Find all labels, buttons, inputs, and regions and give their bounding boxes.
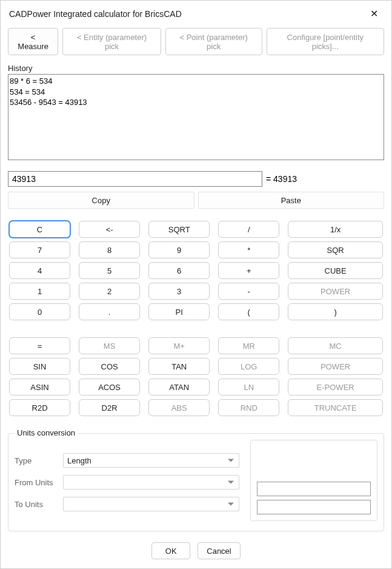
key-asin[interactable]: ASIN: [9, 379, 70, 396]
key-power2[interactable]: POWER: [288, 358, 383, 375]
key-equals[interactable]: =: [9, 337, 70, 354]
keypad-col-1: C 7 4 1 0 = SIN ASIN R2D: [9, 221, 70, 416]
configure-picks-button[interactable]: Configure [point/entity picks]...: [267, 28, 384, 55]
key-sqr[interactable]: SQR: [288, 241, 383, 258]
key-mul[interactable]: *: [218, 241, 279, 258]
key-sin[interactable]: SIN: [9, 358, 70, 375]
key-mr[interactable]: MR: [218, 337, 279, 354]
units-left: Type Length From Units To Units: [15, 434, 239, 521]
content-area: < Measure < Entity (parameter) pick < Po…: [1, 25, 391, 559]
key-add[interactable]: +: [218, 262, 279, 279]
result-display: = 43913: [266, 174, 297, 184]
measure-button[interactable]: < Measure: [8, 28, 58, 55]
key-5[interactable]: 5: [79, 262, 140, 279]
history-box[interactable]: 89 * 6 = 534 534 = 534 53456 - 9543 = 43…: [8, 74, 384, 160]
footer: OK Cancel: [8, 542, 384, 559]
key-back[interactable]: <-: [79, 221, 140, 238]
units-to-label: To Units: [15, 500, 58, 509]
key-reciprocal[interactable]: 1/x: [288, 221, 383, 238]
key-mc[interactable]: MC: [288, 337, 383, 354]
key-dot[interactable]: .: [79, 303, 140, 320]
key-2[interactable]: 2: [79, 283, 140, 300]
key-7[interactable]: 7: [9, 241, 70, 258]
topbar: < Measure < Entity (parameter) pick < Po…: [8, 28, 384, 55]
key-ln[interactable]: LN: [218, 379, 279, 396]
key-9[interactable]: 9: [148, 241, 210, 258]
paste-button[interactable]: Paste: [198, 192, 385, 209]
copy-paste-row: Copy Paste: [8, 192, 384, 209]
copy-button[interactable]: Copy: [8, 192, 194, 209]
keypad-col-4: / * + - ( MR LOG LN RND: [218, 221, 279, 416]
history-label: History: [8, 64, 384, 73]
key-pi[interactable]: PI: [148, 303, 210, 320]
key-paren-open[interactable]: (: [218, 303, 279, 320]
calculator-window: CADPower Integrated calculator for Brics…: [0, 0, 392, 569]
key-epower[interactable]: E-POWER: [288, 379, 383, 396]
units-type-value: Length: [67, 456, 91, 465]
input-row: = 43913: [8, 171, 384, 187]
key-3[interactable]: 3: [148, 283, 210, 300]
key-div[interactable]: /: [218, 221, 279, 238]
point-pick-button[interactable]: < Point (parameter) pick: [165, 28, 262, 55]
ok-button[interactable]: OK: [151, 542, 190, 559]
units-to-select[interactable]: [63, 497, 239, 511]
key-paren-close[interactable]: ): [288, 303, 383, 320]
keypad-col-5: 1/x SQR CUBE POWER ) MC POWER E-POWER TR…: [288, 221, 383, 416]
equals-prefix: =: [266, 174, 273, 184]
entity-pick-button[interactable]: < Entity (parameter) pick: [62, 28, 161, 55]
key-rnd[interactable]: RND: [218, 399, 279, 416]
titlebar: CADPower Integrated calculator for Brics…: [1, 1, 391, 25]
units-result-to[interactable]: [257, 500, 371, 514]
units-from-select[interactable]: [63, 475, 239, 490]
cancel-button[interactable]: Cancel: [198, 542, 240, 559]
key-truncate[interactable]: TRUNCATE: [288, 399, 383, 416]
key-1[interactable]: 1: [9, 283, 70, 300]
units-result-from[interactable]: [257, 482, 371, 496]
window-title: CADPower Integrated calculator for Brics…: [9, 9, 182, 19]
key-atan[interactable]: ATAN: [148, 379, 210, 396]
key-acos[interactable]: ACOS: [79, 379, 140, 396]
result-value: 43913: [273, 174, 297, 184]
key-r2d[interactable]: R2D: [9, 399, 70, 416]
key-6[interactable]: 6: [148, 262, 210, 279]
keypad-col-3: SQRT 9 6 3 PI M+ TAN ATAN ABS: [148, 221, 210, 416]
key-d2r[interactable]: D2R: [79, 399, 140, 416]
keypad: C 7 4 1 0 = SIN ASIN R2D <- 8 5 2 . MS C…: [8, 217, 384, 423]
units-group: Units conversion Type Length From Units …: [8, 433, 384, 531]
key-c[interactable]: C: [9, 221, 70, 238]
key-sub[interactable]: -: [218, 283, 279, 300]
keypad-col-2: <- 8 5 2 . MS COS ACOS D2R: [79, 221, 140, 416]
key-cos[interactable]: COS: [79, 358, 140, 375]
units-type-label: Type: [15, 456, 58, 465]
key-cube[interactable]: CUBE: [288, 262, 383, 279]
expression-input[interactable]: [8, 171, 262, 187]
key-power[interactable]: POWER: [288, 283, 383, 300]
key-abs[interactable]: ABS: [148, 399, 210, 416]
units-from-label: From Units: [15, 478, 58, 487]
key-4[interactable]: 4: [9, 262, 70, 279]
key-sqrt[interactable]: SQRT: [148, 221, 210, 238]
key-mplus[interactable]: M+: [148, 337, 210, 354]
key-ms[interactable]: MS: [79, 337, 140, 354]
key-log[interactable]: LOG: [218, 358, 279, 375]
key-8[interactable]: 8: [79, 241, 140, 258]
units-right: [250, 440, 377, 521]
key-tan[interactable]: TAN: [148, 358, 210, 375]
key-0[interactable]: 0: [9, 303, 70, 320]
units-title: Units conversion: [15, 428, 78, 437]
units-type-select[interactable]: Length: [63, 453, 239, 468]
close-icon[interactable]: ✕: [365, 5, 383, 22]
